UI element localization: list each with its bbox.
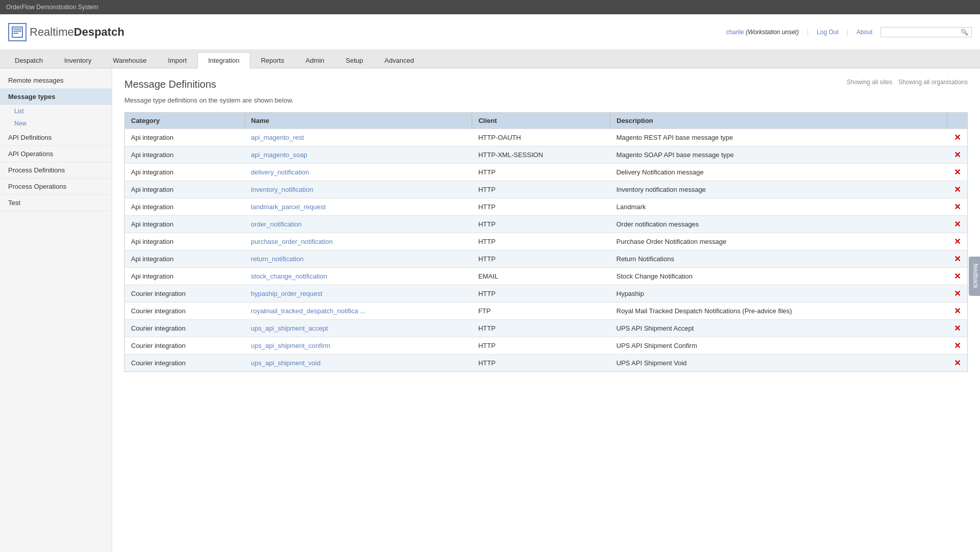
nav-tab-setup[interactable]: Setup <box>335 52 374 68</box>
col-header-4 <box>947 113 968 129</box>
showing-all-sites-link[interactable]: Showing all sites <box>847 79 892 86</box>
cell-name-7[interactable]: return_notification <box>245 250 472 268</box>
nav-tab-reports[interactable]: Reports <box>250 52 295 68</box>
delete-button-4[interactable]: ✕ <box>954 203 961 211</box>
cell-action-1[interactable]: ✕ <box>947 146 968 164</box>
cell-name-6[interactable]: purchase_order_notification <box>245 233 472 250</box>
table-row: Api integrationorder_notificationHTTPOrd… <box>125 216 968 233</box>
cell-name-5[interactable]: order_notification <box>245 216 472 233</box>
sidebar-item-remote-messages[interactable]: Remote messages <box>0 72 112 89</box>
name-link-7[interactable]: return_notification <box>251 255 303 263</box>
sidebar-item-process-operations[interactable]: Process Operations <box>0 179 112 195</box>
sidebar-sub-item-new[interactable]: New <box>0 117 112 130</box>
search-box[interactable]: 🔍 <box>881 27 972 37</box>
delete-button-1[interactable]: ✕ <box>954 150 961 159</box>
name-link-4[interactable]: landmark_parcel_request <box>251 203 326 211</box>
cell-action-7[interactable]: ✕ <box>947 250 968 268</box>
cell-action-3[interactable]: ✕ <box>947 181 968 198</box>
delete-button-9[interactable]: ✕ <box>954 289 961 298</box>
nav-tab-inventory[interactable]: Inventory <box>54 52 102 68</box>
name-link-10[interactable]: royalmail_tracked_despatch_notifica ... <box>251 307 366 315</box>
cell-name-10[interactable]: royalmail_tracked_despatch_notifica ... <box>245 303 472 320</box>
sidebar-item-test[interactable]: Test <box>0 195 112 211</box>
cell-action-6[interactable]: ✕ <box>947 233 968 250</box>
sidebar: Remote messagesMessage typesListNewAPI D… <box>0 68 112 552</box>
nav-tab-integration[interactable]: Integration <box>197 52 250 68</box>
delete-button-5[interactable]: ✕ <box>954 220 961 229</box>
name-link-11[interactable]: ups_api_shipment_accept <box>251 324 328 332</box>
name-link-9[interactable]: hypaship_order_request <box>251 290 322 297</box>
delete-button-0[interactable]: ✕ <box>954 133 961 142</box>
name-link-5[interactable]: order_notification <box>251 220 302 228</box>
about-link[interactable]: About <box>857 29 872 36</box>
delete-button-7[interactable]: ✕ <box>954 255 961 263</box>
cell-action-2[interactable]: ✕ <box>947 164 968 181</box>
delete-button-13[interactable]: ✕ <box>954 359 961 367</box>
table-row: Courier integrationups_api_shipment_acce… <box>125 320 968 337</box>
name-link-8[interactable]: stock_change_notification <box>251 272 327 280</box>
name-link-6[interactable]: purchase_order_notification <box>251 238 332 245</box>
logout-link[interactable]: Log Out <box>817 29 839 36</box>
table-row: Api integrationstock_change_notification… <box>125 268 968 285</box>
cell-name-12[interactable]: ups_api_shipment_confirm <box>245 337 472 355</box>
separator2: | <box>847 29 848 36</box>
sidebar-sub-item-list[interactable]: List <box>0 105 112 117</box>
name-link-0[interactable]: api_magento_rest <box>251 134 304 141</box>
name-link-12[interactable]: ups_api_shipment_confirm <box>251 342 330 349</box>
cell-name-4[interactable]: landmark_parcel_request <box>245 198 472 216</box>
name-link-1[interactable]: api_magento_soap <box>251 151 307 159</box>
nav-tab-advanced[interactable]: Advanced <box>374 52 425 68</box>
name-link-3[interactable]: inventory_notification <box>251 186 313 193</box>
search-input[interactable] <box>884 29 961 36</box>
showing-all-orgs-link[interactable]: Showing all organisations <box>898 79 968 86</box>
feedback-tab[interactable]: feedback <box>969 257 980 296</box>
cell-category-6: Api integration <box>125 233 245 250</box>
cell-action-9[interactable]: ✕ <box>947 285 968 303</box>
cell-description-7: Return Notifications <box>610 250 947 268</box>
user-link[interactable]: charlie (Workstation unset) <box>726 29 799 36</box>
cell-action-11[interactable]: ✕ <box>947 320 968 337</box>
delete-button-3[interactable]: ✕ <box>954 185 961 194</box>
cell-action-12[interactable]: ✕ <box>947 337 968 355</box>
nav-tab-despatch[interactable]: Despatch <box>4 52 54 68</box>
delete-button-11[interactable]: ✕ <box>954 324 961 333</box>
sidebar-item-message-types[interactable]: Message types <box>0 89 112 105</box>
cell-action-5[interactable]: ✕ <box>947 216 968 233</box>
username[interactable]: charlie <box>726 29 744 36</box>
logo-despatch: Despatch <box>74 26 124 38</box>
nav-tab-warehouse[interactable]: Warehouse <box>102 52 157 68</box>
cell-name-13[interactable]: ups_api_shipment_void <box>245 355 472 372</box>
sidebar-item-api-definitions[interactable]: API Definitions <box>0 130 112 146</box>
cell-client-8: EMAIL <box>472 268 610 285</box>
delete-button-8[interactable]: ✕ <box>954 272 961 281</box>
col-header-2: Client <box>472 113 610 129</box>
cell-action-13[interactable]: ✕ <box>947 355 968 372</box>
cell-action-8[interactable]: ✕ <box>947 268 968 285</box>
delete-button-12[interactable]: ✕ <box>954 341 961 350</box>
logo-text: RealtimeDespatch <box>30 26 124 39</box>
cell-name-3[interactable]: inventory_notification <box>245 181 472 198</box>
cell-action-0[interactable]: ✕ <box>947 129 968 146</box>
sidebar-item-process-definitions[interactable]: Process Definitions <box>0 162 112 179</box>
delete-button-10[interactable]: ✕ <box>954 307 961 315</box>
cell-action-4[interactable]: ✕ <box>947 198 968 216</box>
nav-tab-import[interactable]: Import <box>157 52 197 68</box>
logo: RealtimeDespatch <box>8 23 124 41</box>
delete-button-2[interactable]: ✕ <box>954 168 961 177</box>
sidebar-item-api-operations[interactable]: API Operations <box>0 146 112 162</box>
cell-name-0[interactable]: api_magento_rest <box>245 129 472 146</box>
name-link-2[interactable]: delivery_notification <box>251 168 309 176</box>
cell-name-2[interactable]: delivery_notification <box>245 164 472 181</box>
cell-category-0: Api integration <box>125 129 245 146</box>
delete-button-6[interactable]: ✕ <box>954 237 961 246</box>
nav-tab-admin[interactable]: Admin <box>295 52 335 68</box>
cell-category-1: Api integration <box>125 146 245 164</box>
cell-name-1[interactable]: api_magento_soap <box>245 146 472 164</box>
nav-tabs: DespatchInventoryWarehouseImportIntegrat… <box>0 50 980 68</box>
cell-name-8[interactable]: stock_change_notification <box>245 268 472 285</box>
cell-name-9[interactable]: hypaship_order_request <box>245 285 472 303</box>
search-icon[interactable]: 🔍 <box>961 29 968 36</box>
cell-action-10[interactable]: ✕ <box>947 303 968 320</box>
name-link-13[interactable]: ups_api_shipment_void <box>251 359 321 367</box>
cell-name-11[interactable]: ups_api_shipment_accept <box>245 320 472 337</box>
